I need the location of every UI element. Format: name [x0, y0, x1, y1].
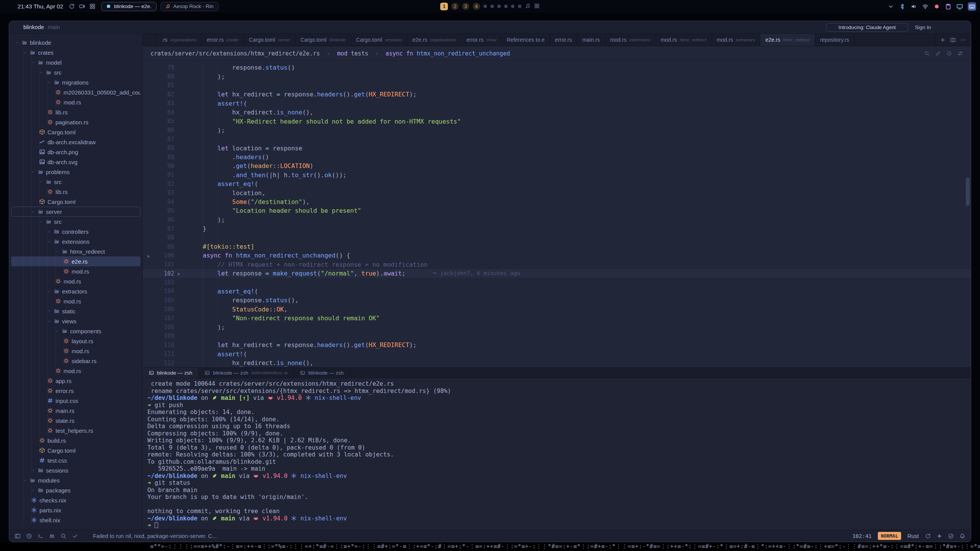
tree-item-db-arch-svg[interactable]: db-arch.svg [11, 157, 140, 167]
tree-item-crates[interactable]: crates [11, 47, 140, 57]
tree-item-cargo-toml[interactable]: Cargo.toml [11, 197, 140, 207]
sparkle-icon[interactable] [936, 533, 942, 539]
wifi-icon[interactable] [922, 3, 929, 10]
play-icon[interactable] [146, 254, 151, 259]
tree-item-problems[interactable]: problems [11, 167, 140, 177]
collab-icon[interactable] [49, 533, 55, 539]
code-line-82[interactable]: 82 let hx_redirect = response.headers().… [143, 90, 971, 99]
lsp-warning[interactable]: Failed to run nil, nixd, package-version… [84, 533, 217, 539]
code-line-80[interactable]: 80 ); [143, 72, 971, 81]
code-editor[interactable]: 79 response.status()80 );8182 let hx_red… [143, 61, 971, 367]
clock[interactable]: 21:43 Thu, Apr 02 [18, 3, 63, 10]
tree-item-extractors[interactable]: extractors [11, 286, 140, 296]
tree-item-error-rs[interactable]: error.rs [11, 386, 140, 396]
workspace-dot[interactable] [511, 5, 514, 8]
workspace-extra[interactable] [525, 3, 531, 10]
tree-item-build-rs[interactable]: build.rs [11, 435, 140, 445]
code-line-95[interactable]: 95 "Location header should be present" [143, 206, 971, 215]
code-line-112[interactable]: 112 hx_redirect.is_none(), [143, 359, 971, 367]
update-icon[interactable] [69, 3, 75, 10]
tab-e2e-rs[interactable]: e2e.rshtmx_redirect [760, 34, 815, 46]
tab--rs[interactable]: .rsorganizations [157, 34, 202, 46]
close-icon[interactable] [899, 25, 904, 30]
code-line-84[interactable]: 84 hx_redirect.is_none(), [143, 108, 971, 117]
check-icon[interactable] [72, 533, 78, 539]
tree-item-server[interactable]: server [11, 207, 140, 217]
tree-item-cargo-toml[interactable]: Cargo.toml [11, 127, 140, 137]
tree-item-shell-nix[interactable]: shell.nix [11, 515, 140, 525]
search-icon[interactable] [924, 51, 930, 56]
tree-item-views[interactable]: views [11, 316, 140, 326]
tree-item-test-css[interactable]: test.css [11, 455, 140, 465]
tree-item-mod-rs[interactable]: mod.rs [11, 366, 140, 376]
breadcrumb[interactable]: crates/server/src/extensions/htmx_redire… [143, 46, 971, 61]
code-line-98[interactable]: 98 [143, 233, 971, 242]
terminal-panel-icon[interactable] [38, 533, 44, 539]
tree-item-lib-rs[interactable]: lib.rs [11, 187, 140, 197]
code-line-99[interactable]: 99 #[tokio::test] [143, 242, 971, 251]
cursor-position[interactable]: 102:41 [852, 533, 872, 539]
workspace-dot[interactable] [518, 5, 521, 8]
info-icon[interactable] [946, 51, 952, 56]
code-line-94[interactable]: 94 Some("/destination"), [143, 197, 971, 206]
tree-item-static[interactable]: static [11, 306, 140, 316]
code-line-97[interactable]: 97 } [143, 224, 971, 233]
code-line-101[interactable]: 101 // HTMX request + non-redirect respo… [143, 260, 971, 269]
code-line-103[interactable]: 103 [143, 278, 971, 287]
tab-cargo-toml[interactable]: Cargo.tomlsessions [351, 34, 407, 46]
display-icon[interactable] [956, 3, 963, 10]
tree-item-e2e-rs[interactable]: e2e.rs [11, 256, 140, 266]
diagnostics-icon[interactable] [948, 533, 954, 539]
panel-left-icon[interactable] [15, 533, 21, 539]
tree-item-controllers[interactable]: controllers [11, 227, 140, 236]
clipboard-icon[interactable] [945, 3, 952, 10]
history-icon[interactable] [26, 533, 32, 539]
workspace-dot[interactable] [490, 5, 494, 8]
code-line-102[interactable]: 102+ let response = make_request("/norma… [143, 269, 971, 278]
plus-icon[interactable] [940, 37, 946, 43]
tab-cargo-toml[interactable]: Cargo.tomlblinkode [296, 34, 351, 46]
tree-item-test-helpers-rs[interactable]: test_helpers.rs [11, 425, 140, 435]
tree-item-checks-nix[interactable]: checks.nix [11, 495, 140, 505]
bluetooth-icon[interactable] [899, 3, 906, 10]
tab-error-rs[interactable]: error.rscreate [202, 34, 244, 46]
workspace-extra[interactable] [534, 3, 540, 10]
tree-item-cargo-toml[interactable]: Cargo.toml [11, 445, 140, 455]
code-line-91[interactable]: 91 .and_then(|h| h.to_str().ok()); [143, 171, 971, 179]
workspace-2[interactable]: 2 [451, 3, 459, 10]
terminal-tab[interactable]: blinkode — zshbuild-tailwindcss -w [199, 368, 294, 378]
keyboard-icon[interactable] [968, 2, 976, 11]
vim-mode-badge[interactable]: NORMAL [878, 532, 901, 540]
tab-mod-rs[interactable]: mod.rsextractors [712, 34, 760, 46]
workspace-dot[interactable] [483, 5, 487, 8]
window-pill[interactable]: blinkode — e2e. [101, 2, 157, 11]
code-line-86[interactable]: 86 ); [143, 126, 971, 135]
code-line-107[interactable]: 107 "Non-redirect response should remain… [143, 314, 971, 323]
tab-references-to-e[interactable]: References to e [502, 34, 550, 46]
code-line-89[interactable]: 89 .headers() [143, 153, 971, 161]
code-line-106[interactable]: 106 StatusCode::OK, [143, 305, 971, 314]
code-line-93[interactable]: 93 location, [143, 188, 971, 197]
tree-item-mod-rs[interactable]: mod.rs [11, 266, 140, 276]
code-line-88[interactable]: 88 let location = response [143, 144, 971, 153]
code-line-85[interactable]: 85 "HX-Redirect header should not be add… [143, 117, 971, 126]
tree-item-mod-rs[interactable]: mod.rs [11, 97, 140, 107]
code-line-110[interactable]: 110 let hx_redirect = response.headers()… [143, 341, 971, 349]
tree-item-src[interactable]: src [11, 177, 140, 187]
minimize-icon[interactable] [938, 24, 943, 30]
tree-item-db-arch-excalidraw[interactable]: db-arch.excalidraw [11, 137, 140, 147]
workspace-dot[interactable] [497, 5, 501, 8]
tab-mod-rs[interactable]: mod.rsextensions [605, 34, 656, 46]
tree-item-input-css[interactable]: input.css [11, 396, 140, 406]
tab-error-rs[interactable]: error.rs [550, 34, 577, 46]
tab-repository-rs[interactable]: repository.rs [815, 34, 854, 46]
tree-item-src[interactable]: src [11, 217, 140, 227]
chevron-down-icon[interactable] [887, 3, 894, 10]
tree-item-migrations[interactable]: migrations [11, 77, 140, 87]
tree-item-app-rs[interactable]: app.rs [11, 376, 140, 386]
tab-e2e-rs[interactable]: e2e.rsorganizations [407, 34, 461, 46]
code-line-105[interactable]: 105 response.status(), [143, 296, 971, 305]
tree-item-mod-rs[interactable]: mod.rs [11, 296, 140, 306]
tree-item-blinkode[interactable]: blinkode [11, 37, 140, 47]
more-icon[interactable] [960, 37, 966, 43]
